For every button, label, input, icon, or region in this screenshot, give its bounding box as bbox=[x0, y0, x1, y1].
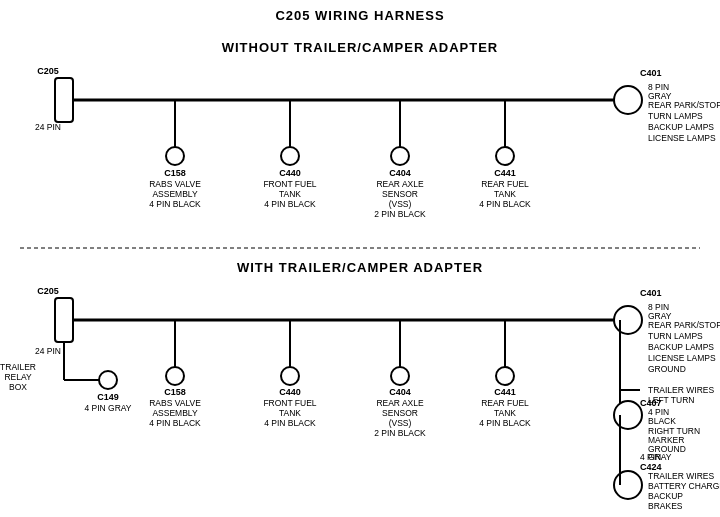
bot-c441-l2: TANK bbox=[494, 408, 516, 418]
diagram-container: C205 WIRING HARNESS WITHOUT TRAILER/CAMP… bbox=[0, 0, 720, 517]
top-c441-label: C441 bbox=[494, 168, 516, 178]
bot-c158-l3: 4 PIN BLACK bbox=[149, 418, 201, 428]
bot-c404-label: C404 bbox=[389, 387, 411, 397]
top-right-c401-label: C401 bbox=[640, 68, 662, 78]
bot-c424-l3: BACKUP bbox=[648, 491, 683, 501]
bot-relay-label2: RELAY bbox=[4, 372, 32, 382]
svg-point-2 bbox=[614, 86, 642, 114]
bot-c407-l1: TRAILER WIRES bbox=[648, 385, 714, 395]
top-section-label: WITHOUT TRAILER/CAMPER ADAPTER bbox=[222, 40, 499, 55]
bot-c158-label: C158 bbox=[164, 387, 186, 397]
svg-text:GRAY: GRAY bbox=[648, 452, 672, 462]
bot-c424-l2: BATTERY CHARGE bbox=[648, 481, 720, 491]
top-c441-l1: REAR FUEL bbox=[481, 179, 529, 189]
bot-c440-l2: TANK bbox=[279, 408, 301, 418]
bot-c404-l4: 2 PIN BLACK bbox=[374, 428, 426, 438]
top-right-label3: BACKUP LAMPS bbox=[648, 122, 714, 132]
svg-point-10 bbox=[496, 147, 514, 165]
bot-left-c205-label: C205 bbox=[37, 286, 59, 296]
top-c158-label: C158 bbox=[164, 168, 186, 178]
svg-point-27 bbox=[281, 367, 299, 385]
bot-relay-label1: TRAILER bbox=[0, 362, 36, 372]
top-c404-l4: 2 PIN BLACK bbox=[374, 209, 426, 219]
top-c440-l2: TANK bbox=[279, 189, 301, 199]
bot-c441-l3: 4 PIN BLACK bbox=[479, 418, 531, 428]
bot-c149-pins: 4 PIN GRAY bbox=[84, 403, 131, 413]
svg-point-8 bbox=[391, 147, 409, 165]
bot-c440-l3: 4 PIN BLACK bbox=[264, 418, 316, 428]
top-c404-label: C404 bbox=[389, 168, 411, 178]
top-right-label2: TURN LAMPS bbox=[648, 111, 703, 121]
bot-right-label4: LICENSE LAMPS bbox=[648, 353, 716, 363]
bot-c149-label: C149 bbox=[97, 392, 119, 402]
bot-c424-l4: BRAKES bbox=[648, 501, 683, 511]
svg-point-6 bbox=[281, 147, 299, 165]
svg-rect-13 bbox=[55, 298, 73, 342]
bottom-section-label: WITH TRAILER/CAMPER ADAPTER bbox=[237, 260, 483, 275]
top-c158-l1: RABS VALVE bbox=[149, 179, 201, 189]
bot-right-c401-label: C401 bbox=[640, 288, 662, 298]
svg-point-20 bbox=[614, 401, 642, 429]
bot-right-label3: BACKUP LAMPS bbox=[648, 342, 714, 352]
bot-right-label1: REAR PARK/STOP bbox=[648, 320, 720, 330]
bot-c441-label: C441 bbox=[494, 387, 516, 397]
top-c440-label: C440 bbox=[279, 168, 301, 178]
top-c441-l2: TANK bbox=[494, 189, 516, 199]
top-right-color: GRAY bbox=[648, 91, 672, 101]
svg-point-21 bbox=[614, 471, 642, 499]
top-right-label1: REAR PARK/STOP bbox=[648, 100, 720, 110]
bot-right-label2: TURN LAMPS bbox=[648, 331, 703, 341]
top-right-label4: LICENSE LAMPS bbox=[648, 133, 716, 143]
svg-point-31 bbox=[496, 367, 514, 385]
bot-c404-l2: SENSOR bbox=[382, 408, 418, 418]
bot-right-label5: GROUND bbox=[648, 364, 686, 374]
top-c404-l2: SENSOR bbox=[382, 189, 418, 199]
bot-c158-l2: ASSEMBLY bbox=[152, 408, 198, 418]
top-c158-l3: 4 PIN BLACK bbox=[149, 199, 201, 209]
top-c440-l1: FRONT FUEL bbox=[263, 179, 316, 189]
top-c404-l1: REAR AXLE bbox=[376, 179, 424, 189]
bot-c158-l1: RABS VALVE bbox=[149, 398, 201, 408]
bot-c407-color: BLACK bbox=[648, 416, 676, 426]
bot-c407-l2: LEFT TURN bbox=[648, 395, 694, 405]
top-c158-l2: ASSEMBLY bbox=[152, 189, 198, 199]
top-c441-l3: 4 PIN BLACK bbox=[479, 199, 531, 209]
bot-c440-l1: FRONT FUEL bbox=[263, 398, 316, 408]
svg-rect-1 bbox=[55, 78, 73, 122]
top-left-24pin: 24 PIN bbox=[35, 122, 61, 132]
bot-left-24pin: 24 PIN bbox=[35, 346, 61, 356]
bot-c404-l1: REAR AXLE bbox=[376, 398, 424, 408]
top-c404-l3: (VSS) bbox=[389, 199, 412, 209]
bot-c424-l1: TRAILER WIRES bbox=[648, 471, 714, 481]
bot-relay-label3: BOX bbox=[9, 382, 27, 392]
top-left-c205-label: C205 bbox=[37, 66, 59, 76]
svg-point-29 bbox=[391, 367, 409, 385]
bot-c440-label: C440 bbox=[279, 387, 301, 397]
bot-c441-l1: REAR FUEL bbox=[481, 398, 529, 408]
bot-c404-l3: (VSS) bbox=[389, 418, 412, 428]
svg-point-16 bbox=[99, 371, 117, 389]
svg-point-25 bbox=[166, 367, 184, 385]
top-c440-l3: 4 PIN BLACK bbox=[264, 199, 316, 209]
svg-point-17 bbox=[614, 306, 642, 334]
svg-point-4 bbox=[166, 147, 184, 165]
